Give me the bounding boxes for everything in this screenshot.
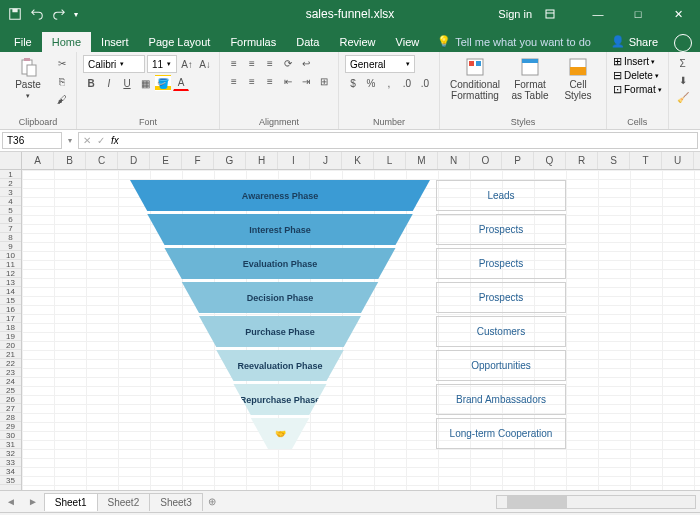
undo-icon[interactable] — [30, 7, 44, 21]
tab-view[interactable]: View — [386, 32, 430, 52]
bold-button[interactable]: B — [83, 75, 99, 91]
share-button[interactable]: 👤 Share — [603, 31, 666, 52]
column-header[interactable]: D — [118, 152, 150, 169]
tab-review[interactable]: Review — [329, 32, 385, 52]
row-header[interactable]: 29 — [0, 422, 21, 431]
align-right-icon[interactable]: ≡ — [262, 73, 278, 89]
tab-home[interactable]: Home — [42, 32, 91, 52]
row-header[interactable]: 9 — [0, 242, 21, 251]
autosum-icon[interactable]: Σ — [675, 55, 691, 71]
row-header[interactable]: 34 — [0, 467, 21, 476]
column-header[interactable]: R — [566, 152, 598, 169]
merge-icon[interactable]: ⊞ — [316, 73, 332, 89]
redo-icon[interactable] — [52, 7, 66, 21]
align-middle-icon[interactable]: ≡ — [244, 55, 260, 71]
close-button[interactable]: ✕ — [664, 8, 692, 21]
row-header[interactable]: 33 — [0, 458, 21, 467]
align-top-icon[interactable]: ≡ — [226, 55, 242, 71]
column-header[interactable]: U — [662, 152, 694, 169]
tab-insert[interactable]: Insert — [91, 32, 139, 52]
sheet-tab-3[interactable]: Sheet3 — [149, 493, 203, 511]
minimize-button[interactable]: — — [584, 8, 612, 20]
row-header[interactable]: 1 — [0, 170, 21, 179]
row-header[interactable]: 10 — [0, 251, 21, 260]
column-header[interactable]: J — [310, 152, 342, 169]
italic-button[interactable]: I — [101, 75, 117, 91]
column-header[interactable]: Q — [534, 152, 566, 169]
sheet-tab-1[interactable]: Sheet1 — [44, 493, 98, 511]
number-format-select[interactable]: General▾ — [345, 55, 415, 73]
column-header[interactable]: F — [182, 152, 214, 169]
wrap-text-icon[interactable]: ↩ — [298, 55, 314, 71]
column-header[interactable]: O — [470, 152, 502, 169]
decrease-decimal-icon[interactable]: .0 — [417, 75, 433, 91]
increase-indent-icon[interactable]: ⇥ — [298, 73, 314, 89]
underline-button[interactable]: U — [119, 75, 135, 91]
column-header[interactable]: P — [502, 152, 534, 169]
row-header[interactable]: 25 — [0, 386, 21, 395]
format-painter-icon[interactable]: 🖌 — [54, 91, 70, 107]
conditional-formatting-button[interactable]: Conditional Formatting — [446, 55, 504, 103]
orientation-icon[interactable]: ⟳ — [280, 55, 296, 71]
format-cells-button[interactable]: ⊡Format ▾ — [613, 83, 662, 96]
align-left-icon[interactable]: ≡ — [226, 73, 242, 89]
name-box-dropdown-icon[interactable]: ▾ — [64, 136, 76, 145]
column-header[interactable]: A — [22, 152, 54, 169]
horizontal-scrollbar[interactable] — [496, 495, 696, 509]
column-header[interactable]: E — [150, 152, 182, 169]
tab-data[interactable]: Data — [286, 32, 329, 52]
ribbon-options-icon[interactable] — [544, 8, 572, 20]
copy-icon[interactable]: ⎘ — [54, 73, 70, 89]
format-table-button[interactable]: Format as Table — [508, 55, 552, 103]
qat-dropdown-icon[interactable]: ▾ — [74, 10, 78, 19]
maximize-button[interactable]: □ — [624, 8, 652, 20]
row-header[interactable]: 35 — [0, 476, 21, 485]
cut-icon[interactable]: ✂ — [54, 55, 70, 71]
column-header[interactable]: C — [86, 152, 118, 169]
row-header[interactable]: 4 — [0, 197, 21, 206]
column-header[interactable]: B — [54, 152, 86, 169]
delete-cells-button[interactable]: ⊟Delete ▾ — [613, 69, 659, 82]
row-header[interactable]: 22 — [0, 359, 21, 368]
row-header[interactable]: 30 — [0, 431, 21, 440]
row-header[interactable]: 8 — [0, 233, 21, 242]
insert-cells-button[interactable]: ⊞Insert ▾ — [613, 55, 655, 68]
fill-icon[interactable]: ⬇ — [675, 72, 691, 88]
font-color-icon[interactable]: A — [173, 75, 189, 91]
row-header[interactable]: 3 — [0, 188, 21, 197]
cells-area[interactable]: Awareness PhaseLeadsInterest PhaseProspe… — [22, 170, 700, 490]
paste-button[interactable]: Paste ▾ — [6, 55, 50, 102]
borders-icon[interactable]: ▦ — [137, 75, 153, 91]
comma-icon[interactable]: , — [381, 75, 397, 91]
tab-file[interactable]: File — [4, 32, 42, 52]
row-header[interactable]: 21 — [0, 350, 21, 359]
row-header[interactable]: 5 — [0, 206, 21, 215]
column-header[interactable]: K — [342, 152, 374, 169]
sheet-nav-next-icon[interactable]: ► — [22, 496, 44, 507]
row-header[interactable]: 27 — [0, 404, 21, 413]
row-header[interactable]: 17 — [0, 314, 21, 323]
row-header[interactable]: 23 — [0, 368, 21, 377]
column-header[interactable]: G — [214, 152, 246, 169]
row-header[interactable]: 6 — [0, 215, 21, 224]
row-header[interactable]: 31 — [0, 440, 21, 449]
decrease-indent-icon[interactable]: ⇤ — [280, 73, 296, 89]
row-header[interactable]: 12 — [0, 269, 21, 278]
column-header[interactable]: M — [406, 152, 438, 169]
font-name-select[interactable]: Calibri▾ — [83, 55, 145, 73]
clear-icon[interactable]: 🧹 — [675, 89, 691, 105]
tab-formulas[interactable]: Formulas — [220, 32, 286, 52]
sheet-nav-prev-icon[interactable]: ◄ — [0, 496, 22, 507]
select-all-corner[interactable] — [0, 152, 22, 169]
signin-link[interactable]: Sign in — [498, 8, 532, 20]
row-header[interactable]: 28 — [0, 413, 21, 422]
tell-me-search[interactable]: 💡 Tell me what you want to do — [429, 31, 599, 52]
feedback-icon[interactable] — [674, 34, 692, 52]
increase-font-icon[interactable]: A↑ — [179, 56, 195, 72]
spreadsheet-grid[interactable]: ABCDEFGHIJKLMNOPQRSTU 123456789101112131… — [0, 152, 700, 490]
row-header[interactable]: 7 — [0, 224, 21, 233]
row-header[interactable]: 26 — [0, 395, 21, 404]
column-header[interactable]: S — [598, 152, 630, 169]
row-header[interactable]: 32 — [0, 449, 21, 458]
column-header[interactable]: N — [438, 152, 470, 169]
